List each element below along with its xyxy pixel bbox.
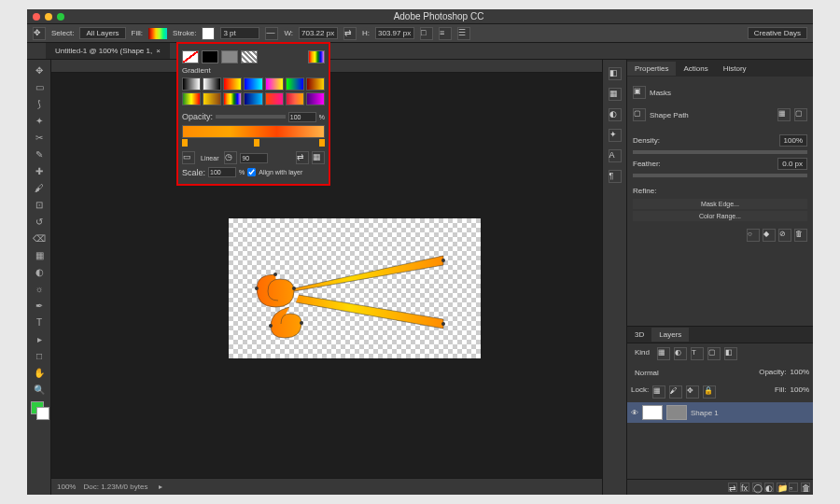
mask-thumbnail[interactable]	[666, 405, 687, 420]
lock-all-icon[interactable]: 🔒	[703, 385, 716, 399]
blend-mode[interactable]: Normal	[631, 368, 663, 378]
heal-tool[interactable]: ✚	[29, 162, 49, 179]
workspace-dropdown[interactable]: Creative Days	[748, 27, 807, 39]
gradient-preset[interactable]	[203, 92, 221, 105]
gradient-preset[interactable]	[223, 92, 242, 105]
gradient-preset[interactable]	[203, 77, 221, 91]
stroke-swatch[interactable]	[202, 27, 215, 40]
move-tool[interactable]: ✥	[29, 62, 49, 78]
align-checkbox[interactable]	[247, 168, 256, 176]
gradient-tool[interactable]: ▦	[29, 246, 49, 263]
blur-tool[interactable]: ◐	[29, 263, 49, 280]
vector-mask-icon[interactable]: ▢	[794, 108, 807, 121]
fill-value[interactable]: 100%	[791, 385, 809, 399]
lasso-tool[interactable]: ⟆	[29, 95, 49, 112]
marquee-tool[interactable]: ▭	[29, 78, 49, 95]
color-picker-swatch[interactable]	[308, 50, 325, 63]
gradient-preset[interactable]	[244, 92, 262, 105]
stamp-tool[interactable]: ⊡	[29, 196, 49, 213]
scale-input[interactable]: 100	[208, 167, 236, 177]
snap-icon[interactable]: ▦	[312, 151, 325, 164]
shape-tool[interactable]: □	[29, 347, 49, 364]
shape-scissors[interactable]	[247, 237, 462, 340]
layer-thumbnail[interactable]	[642, 405, 663, 420]
close-tab-icon[interactable]: ×	[156, 47, 161, 55]
zoom-tool[interactable]: 🔍	[29, 381, 49, 398]
feather-value[interactable]: 0.0 px	[777, 158, 807, 170]
gradient-fill-swatch[interactable]	[221, 50, 238, 63]
select-dropdown[interactable]: All Layers	[79, 27, 125, 39]
background-color[interactable]	[36, 407, 49, 420]
link-wh-icon[interactable]: ⇄	[343, 27, 357, 40]
minimize-icon[interactable]	[45, 13, 52, 21]
lock-position-icon[interactable]: ✥	[686, 385, 699, 399]
layer-name[interactable]: Shape 1	[691, 409, 719, 417]
gradient-preset[interactable]	[286, 77, 304, 91]
gradient-preset[interactable]	[223, 77, 242, 91]
close-icon[interactable]	[33, 13, 40, 21]
gradient-preset[interactable]	[182, 77, 201, 91]
color-swatches[interactable]	[29, 401, 49, 424]
swatches-panel-icon[interactable]: ▦	[609, 88, 622, 101]
mask-edge-button[interactable]: Mask Edge...	[633, 199, 807, 209]
visibility-icon[interactable]: 👁	[631, 409, 638, 417]
wand-tool[interactable]: ✦	[29, 112, 49, 129]
gradient-stop[interactable]	[319, 139, 325, 147]
eyedropper-tool[interactable]: ✎	[29, 146, 49, 162]
height-input[interactable]: 303.97 px	[375, 27, 414, 39]
path-ops-icon[interactable]: □	[420, 27, 433, 40]
fill-swatch[interactable]	[148, 28, 167, 39]
maximize-icon[interactable]	[57, 13, 64, 21]
lock-pixels-icon[interactable]: 🖌	[669, 385, 682, 399]
gradient-preset[interactable]	[265, 92, 284, 105]
gradient-stop[interactable]	[182, 139, 188, 147]
density-value[interactable]: 100%	[779, 134, 807, 147]
gradient-preset[interactable]	[182, 92, 201, 105]
history-brush-tool[interactable]: ↺	[29, 213, 49, 230]
lock-transparency-icon[interactable]: ▦	[652, 385, 665, 399]
gradient-preset[interactable]	[286, 92, 304, 105]
align-icon[interactable]: ≡	[439, 27, 452, 40]
apply-mask-icon[interactable]: ◆	[763, 229, 776, 242]
angle-icon[interactable]: ◷	[224, 151, 237, 164]
opacity-slider[interactable]	[216, 115, 286, 119]
layer-mask-icon[interactable]: ◯	[752, 483, 762, 492]
stroke-style-icon[interactable]: —	[265, 27, 278, 40]
brush-tool[interactable]: 🖌	[29, 179, 49, 196]
tab-layers[interactable]: Layers	[651, 328, 689, 342]
filter-type-icon[interactable]: T	[691, 347, 704, 360]
adjustment-layer-icon[interactable]: ◐	[764, 483, 774, 492]
new-layer-icon[interactable]: ▫	[789, 483, 798, 492]
delete-mask-icon[interactable]: 🗑	[794, 229, 807, 242]
type-tool[interactable]: T	[29, 314, 49, 330]
pattern-fill-swatch[interactable]	[241, 50, 258, 63]
styles-panel-icon[interactable]: ✦	[609, 129, 622, 142]
character-panel-icon[interactable]: A	[609, 149, 622, 162]
width-input[interactable]: 703.22 px	[299, 27, 338, 39]
filter-shape-icon[interactable]: ▢	[707, 347, 721, 360]
gradient-stop[interactable]	[254, 139, 259, 147]
gradient-type-icon[interactable]: ▭	[182, 151, 195, 164]
dodge-tool[interactable]: ☼	[29, 280, 49, 297]
hand-tool[interactable]: ✋	[29, 364, 49, 381]
crop-tool[interactable]: ✂	[29, 129, 49, 146]
gradient-bar[interactable]	[182, 125, 325, 138]
tab-3d[interactable]: 3D	[627, 328, 651, 342]
document-tab[interactable]: Untitled-1 @ 100% (Shape 1, ×	[46, 43, 170, 59]
gradient-preset[interactable]	[306, 92, 325, 105]
no-fill-swatch[interactable]	[182, 50, 199, 63]
pixel-mask-icon[interactable]: ▦	[777, 108, 791, 121]
feather-slider[interactable]	[633, 174, 807, 177]
layer-fx-icon[interactable]: fx	[740, 483, 749, 492]
reverse-icon[interactable]: ⇄	[296, 151, 309, 164]
arrange-icon[interactable]: ☰	[457, 27, 470, 40]
opacity-input[interactable]: 100	[288, 112, 316, 122]
angle-input[interactable]: 90	[240, 153, 268, 163]
eraser-tool[interactable]: ⌫	[29, 230, 49, 246]
load-selection-icon[interactable]: ○	[747, 229, 760, 242]
disable-mask-icon[interactable]: ⊘	[778, 229, 791, 242]
stroke-width-input[interactable]: 3 pt	[220, 27, 259, 39]
path-select-tool[interactable]: ▸	[29, 330, 49, 347]
tab-properties[interactable]: Properties	[627, 62, 676, 76]
filter-smart-icon[interactable]: ◧	[724, 347, 737, 360]
